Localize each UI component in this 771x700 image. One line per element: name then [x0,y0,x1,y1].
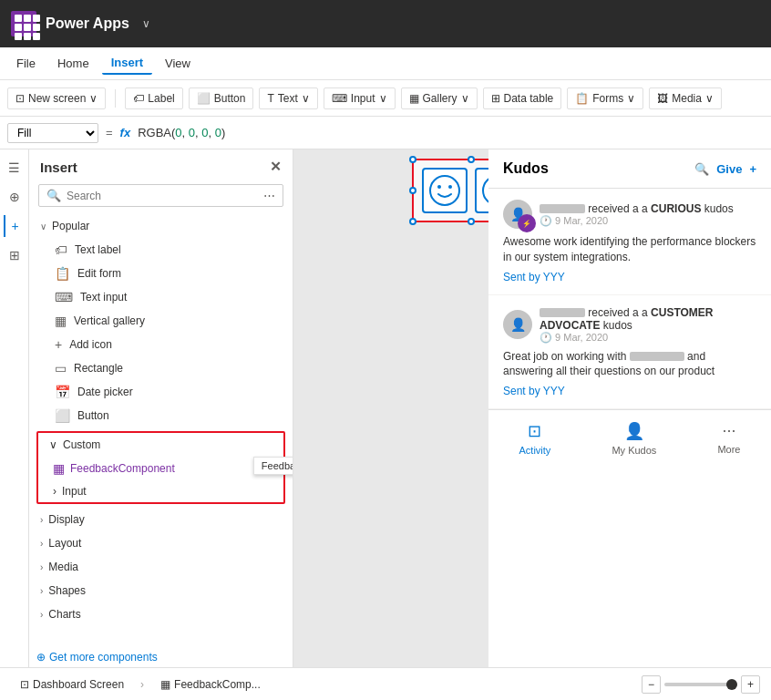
zoom-plus-button[interactable]: + [741,675,760,694]
handle-bl [409,218,416,225]
charts-label: Charts [48,608,80,621]
feedback-comp-tab[interactable]: ▦ FeedbackComp... [151,674,270,695]
component-add-icon: ⊕ [36,651,46,664]
menu-home[interactable]: Home [48,53,98,74]
text-icon: T [267,92,273,105]
kudos-nav: ⊡ Activity 👤 My Kudos ··· More [488,409,771,467]
kudos-panel: Kudos 🔍 Give + 👤 ⚡ r [488,149,771,667]
avatar-wrapper-1: 👤 ⚡ [503,200,532,229]
zoom-minus-button[interactable]: − [642,675,661,694]
vertical-gallery-item[interactable]: ▦ Vertical gallery [29,309,293,333]
more-label: More [717,444,740,455]
edit-form-icon: 📋 [55,266,70,281]
get-more-components-button[interactable]: ⊕ Get more components [29,647,293,667]
layers-icon[interactable]: ⊕ [4,186,26,208]
menu-insert[interactable]: Insert [102,52,152,75]
gallery-icon: ▦ [409,92,419,105]
happy-face [422,168,468,213]
nav-more[interactable]: ··· More [706,417,751,459]
rectangle-item[interactable]: ▭ Rectangle [29,356,293,380]
give-button[interactable]: Give [716,162,742,176]
new-screen-button[interactable]: ⊡ New screen ∨ [7,88,106,109]
left-icon-bar: ☰ ⊕ + ⊞ [0,149,29,667]
text-button[interactable]: T Text ∨ [259,88,317,109]
text-input-icon: ⌨ [55,290,73,304]
kudos-actions: 🔍 Give + [694,162,756,176]
insert-icon[interactable]: + [4,215,26,237]
button-button[interactable]: ⬜ Button [189,88,254,109]
get-more-label: Get more components [49,651,158,664]
data-icon[interactable]: ⊞ [4,244,26,266]
text-input-item[interactable]: ⌨ Text input [29,285,293,309]
activity-label: Activity [519,445,551,456]
my-kudos-label: My Kudos [612,445,656,456]
forms-button[interactable]: 📋 Forms ∨ [567,88,643,109]
layout-section-header[interactable]: › Layout [29,531,293,555]
sub-avatar-1: ⚡ [518,214,536,232]
display-section-header[interactable]: › Display [29,508,293,531]
feedback-component-label: FeedbackComponent [70,462,175,475]
date-picker-item[interactable]: 📅 Date picker [29,380,293,404]
popular-section-header[interactable]: ∨ Popular [29,214,293,238]
feedback-component-item[interactable]: ▦ FeedbackComponent ⋯ FeedbackComponent [38,457,283,480]
chevron-right-layout: › [40,539,43,549]
kudos-search-icon[interactable]: 🔍 [694,162,709,176]
media-section-header[interactable]: › Media [29,555,293,579]
more-icon: ··· [722,421,735,440]
give-plus-icon[interactable]: + [749,162,756,176]
insert-panel-header: Insert ✕ [29,149,293,184]
zoom-handle[interactable] [726,679,737,690]
title-chevron[interactable]: ∨ [142,17,150,30]
edit-form-item[interactable]: 📋 Edit form [29,262,293,285]
button-item[interactable]: ⬜ Button [29,404,293,427]
kudos-sent-by-2: Sent by YYY [503,385,756,397]
custom-section-header[interactable]: ∨ Custom [38,433,283,457]
menu-file[interactable]: File [7,53,45,74]
menu-view[interactable]: View [156,53,200,74]
label-button[interactable]: 🏷 Label [125,88,182,109]
more-options-icon[interactable]: ⋯ [263,189,275,202]
text-label-item[interactable]: 🏷 Text label [29,238,293,262]
input-button[interactable]: ⌨ Input ∨ [324,88,396,109]
menu-bar: File Home Insert View [0,47,771,80]
shapes-label: Shapes [48,584,86,597]
charts-section-header[interactable]: › Charts [29,602,293,626]
kudos-sender-1: received a a CURIOUS kudos [540,202,734,215]
kudos-title: Kudos [503,160,549,177]
app-title: Power Apps [46,15,129,32]
input-section-item[interactable]: › Input [38,480,283,502]
chevron-down-icon5: ∨ [627,92,635,105]
hamburger-icon[interactable]: ☰ [4,157,26,179]
dashboard-screen-tab[interactable]: ⊡ Dashboard Screen [11,674,133,695]
add-icon-item[interactable]: + Add icon [29,333,293,356]
property-dropdown[interactable]: Fill [7,123,98,143]
forms-icon: 📋 [575,92,589,105]
nav-activity[interactable]: ⊡ Activity [509,417,562,459]
kudos-sent-by-1: Sent by YYY [503,271,756,283]
gallery-button[interactable]: ▦ Gallery ∨ [401,88,478,109]
gallery-list-icon: ▦ [55,314,67,328]
toolbar: ⊡ New screen ∨ 🏷 Label ⬜ Button T Text ∨… [0,80,771,117]
waffle-icon[interactable] [11,11,36,36]
chevron-right-input: › [53,485,57,498]
svg-point-1 [437,185,441,189]
close-icon[interactable]: ✕ [270,159,282,175]
handle-ml [409,187,416,194]
media-button[interactable]: 🖼 Media ∨ [649,88,722,109]
redacted-name-2 [540,308,585,317]
nav-my-kudos[interactable]: 👤 My Kudos [601,417,667,459]
kudos-item-1-info: received a a CURIOUS kudos 🕐 9 Mar, 2020 [540,202,734,227]
chevron-right-display: › [40,515,43,525]
data-table-button[interactable]: ⊞ Data table [483,88,562,109]
chevron-down-custom: ∨ [49,438,57,451]
kudos-time-2: 🕐 9 Mar, 2020 [540,332,756,344]
zoom-slider[interactable] [664,683,737,686]
feedback-comp-label: FeedbackComp... [174,678,261,691]
kudos-time-1: 🕐 9 Mar, 2020 [540,215,734,227]
shapes-section-header[interactable]: › Shapes [29,579,293,602]
insert-search-box: 🔍 ⋯ [38,184,283,207]
search-icon: 🔍 [46,189,61,202]
input-label: Input [62,485,87,498]
search-input[interactable] [67,190,258,202]
component-tab-icon: ▦ [160,678,170,691]
